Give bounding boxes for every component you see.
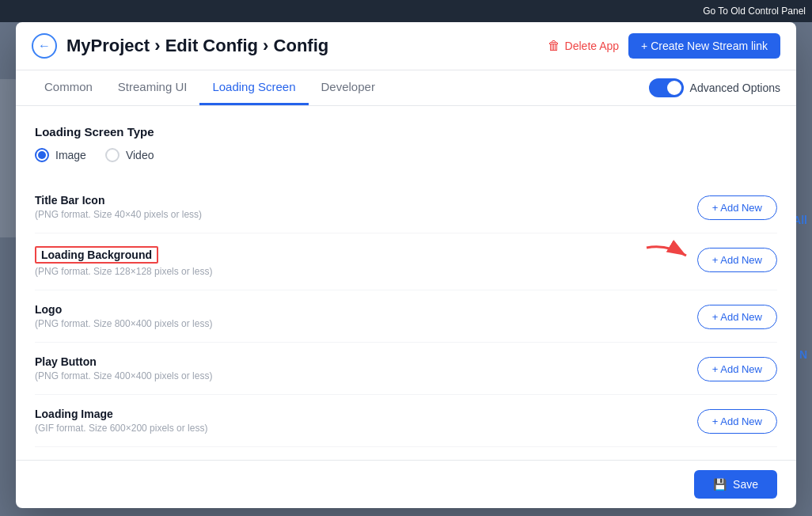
modal-header: ← MyProject › Edit Config › Config 🗑 Del…: [16, 22, 796, 70]
modal-content: Loading Screen Type Image Video Title Ba…: [16, 106, 796, 460]
add-new-play-button-button[interactable]: + Add New: [697, 357, 777, 381]
field-name-play-button: Play Button: [35, 355, 697, 368]
tabs-bar: Common Streaming UI Loading Screen Devel…: [16, 70, 796, 106]
save-label: Save: [733, 478, 758, 491]
back-icon: ←: [38, 39, 51, 53]
radio-video[interactable]: [105, 148, 120, 162]
add-new-title-bar-icon-button[interactable]: + Add New: [697, 195, 777, 220]
radio-video-label[interactable]: Video: [105, 148, 154, 162]
radio-image[interactable]: [35, 148, 49, 162]
tab-streaming-ui[interactable]: Streaming UI: [105, 70, 200, 105]
field-info-play-button: Play Button (PNG format. Size 400×400 pi…: [35, 355, 697, 381]
radio-image-text: Image: [55, 149, 86, 161]
modal: ← MyProject › Edit Config › Config 🗑 Del…: [16, 22, 796, 508]
top-bar: Go To Old Control Panel: [0, 0, 812, 22]
field-desc-logo: (PNG format. Size 800×400 pixels or less…: [35, 318, 697, 329]
field-desc-play-button: (PNG format. Size 400×400 pixels or less…: [35, 370, 697, 381]
side-text-n: N: [799, 348, 807, 361]
back-button[interactable]: ←: [32, 33, 57, 59]
field-name-title-bar-icon: Title Bar Icon: [35, 194, 697, 207]
field-desc-title-bar-icon: (PNG format. Size 40×40 pixels or less): [35, 209, 697, 220]
field-desc-loading-background: (PNG format. Size 128×128 pixels or less…: [35, 266, 697, 277]
advanced-options-label: Advanced Options: [690, 82, 780, 94]
save-button[interactable]: 💾 Save: [694, 470, 777, 499]
field-name-loading-background: Loading Background: [35, 246, 158, 264]
tab-common[interactable]: Common: [32, 70, 105, 105]
breadcrumb: MyProject › Edit Config › Config: [66, 36, 538, 56]
delete-app-button[interactable]: 🗑 Delete App: [548, 39, 620, 53]
advanced-options-toggle[interactable]: Advanced Options: [649, 78, 780, 97]
radio-video-text: Video: [126, 149, 154, 161]
create-label: + Create New Stream link: [641, 40, 768, 52]
field-info-title-bar-icon: Title Bar Icon (PNG format. Size 40×40 p…: [35, 194, 697, 220]
trash-icon: 🗑: [548, 39, 560, 53]
field-name-logo: Logo: [35, 303, 697, 316]
header-actions: 🗑 Delete App + Create New Stream link: [548, 33, 780, 59]
field-info-logo: Logo (PNG format. Size 800×400 pixels or…: [35, 303, 697, 329]
tab-developer[interactable]: Developer: [309, 70, 388, 105]
field-info-loading-background: Loading Background (PNG format. Size 128…: [35, 246, 697, 277]
advanced-options-toggle-switch[interactable]: [649, 78, 684, 97]
field-loading-background: Loading Background (PNG format. Size 128…: [35, 233, 777, 290]
create-stream-button[interactable]: + Create New Stream link: [628, 33, 780, 59]
side-decoration-left: [0, 79, 17, 237]
field-play-button: Play Button (PNG format. Size 400×400 pi…: [35, 343, 777, 395]
loading-screen-type-title: Loading Screen Type: [35, 125, 777, 138]
delete-label: Delete App: [565, 40, 620, 52]
field-loading-image: Loading Image (GIF format. Size 600×200 …: [35, 395, 777, 447]
loading-screen-type-radio-group: Image Video: [35, 148, 777, 162]
field-name-loading-image: Loading Image: [35, 408, 697, 420]
save-icon: 💾: [713, 478, 727, 491]
old-control-panel-link[interactable]: Go To Old Control Panel: [703, 6, 806, 17]
modal-footer: 💾 Save: [16, 460, 796, 508]
field-title-bar-icon: Title Bar Icon (PNG format. Size 40×40 p…: [35, 181, 777, 233]
tab-loading-screen[interactable]: Loading Screen: [199, 70, 308, 105]
add-new-loading-background-button[interactable]: + Add New: [697, 248, 777, 272]
add-new-loading-image-button[interactable]: + Add New: [697, 409, 777, 434]
field-queue-background: Queue Background (PNG format. Size 128×1…: [35, 447, 777, 460]
add-new-logo-button[interactable]: + Add New: [697, 305, 777, 329]
field-desc-loading-image: (GIF format. Size 600×200 pixels or less…: [35, 423, 697, 434]
field-info-loading-image: Loading Image (GIF format. Size 600×200 …: [35, 408, 697, 434]
radio-image-label[interactable]: Image: [35, 148, 86, 162]
field-logo: Logo (PNG format. Size 800×400 pixels or…: [35, 290, 777, 343]
